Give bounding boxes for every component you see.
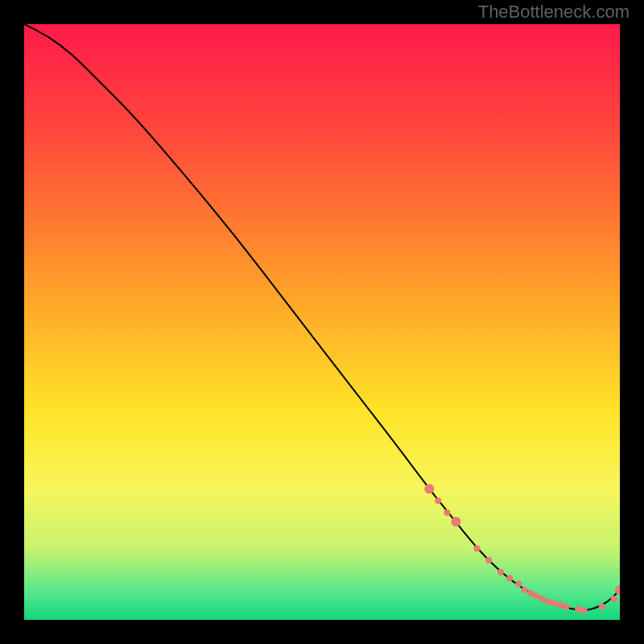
data-point xyxy=(506,575,513,581)
data-point xyxy=(557,602,564,609)
gradient-background xyxy=(24,24,620,620)
watermark-text: TheBottleneck.com xyxy=(478,2,630,23)
chart-svg xyxy=(24,24,620,620)
data-point xyxy=(611,596,617,602)
data-point xyxy=(452,517,461,526)
data-point xyxy=(497,569,504,576)
data-point xyxy=(435,497,441,504)
data-point xyxy=(575,606,581,613)
data-point xyxy=(527,590,534,597)
data-point xyxy=(485,557,492,564)
data-point xyxy=(563,604,569,610)
data-point xyxy=(545,599,551,605)
data-point xyxy=(424,484,434,493)
data-point xyxy=(522,587,528,593)
data-point xyxy=(533,592,539,599)
data-point xyxy=(539,596,546,602)
chart-frame: TheBottleneck.com xyxy=(0,0,644,644)
data-point xyxy=(515,581,522,588)
data-point xyxy=(444,510,450,516)
data-point xyxy=(473,545,480,551)
data-point xyxy=(551,600,558,606)
plot-area xyxy=(24,24,620,620)
data-point xyxy=(599,604,605,610)
data-point xyxy=(581,607,588,613)
